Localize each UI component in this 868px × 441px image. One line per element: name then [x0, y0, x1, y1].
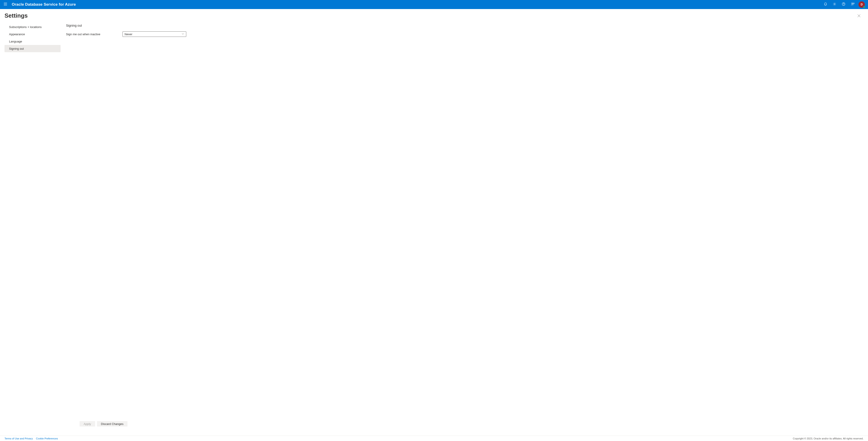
- nav-item-label: Appearance: [9, 33, 25, 36]
- page-title: Settings: [4, 12, 28, 19]
- dropdown-value: Never: [125, 33, 132, 36]
- hamburger-button[interactable]: [0, 0, 11, 9]
- apply-button[interactable]: Apply: [80, 421, 95, 427]
- footer: Terms of Use and Privacy Cookie Preferen…: [0, 436, 868, 441]
- feedback-icon: [851, 2, 855, 7]
- nav-item-language[interactable]: Language: [4, 38, 61, 45]
- help-icon: [842, 2, 845, 7]
- bell-icon: [824, 2, 827, 7]
- page-header: Settings: [0, 9, 868, 23]
- close-icon: [857, 14, 861, 18]
- inactive-signout-dropdown[interactable]: Never: [123, 31, 186, 37]
- section-title: Signing out: [66, 24, 863, 27]
- hamburger-icon: [4, 2, 7, 7]
- topbar: Oracle Database Service for Azure: [0, 0, 868, 9]
- settings-button[interactable]: [830, 0, 839, 9]
- nav-item-subscriptions[interactable]: Subscriptions + locations: [4, 23, 61, 31]
- feedback-button[interactable]: [848, 0, 857, 9]
- field-label: Sign me out when inactive: [66, 33, 123, 36]
- discard-button[interactable]: Discard Changes: [97, 421, 128, 427]
- help-button[interactable]: [839, 0, 848, 9]
- nav-item-appearance[interactable]: Appearance: [4, 31, 61, 38]
- button-row: Apply Discard Changes: [66, 417, 863, 436]
- svg-point-5: [843, 5, 844, 5]
- footer-link-cookies[interactable]: Cookie Preferences: [36, 437, 58, 440]
- close-button[interactable]: [855, 13, 863, 20]
- presence-indicator-icon: [863, 6, 865, 8]
- brand-title[interactable]: Oracle Database Service for Azure: [12, 2, 76, 7]
- nav-item-signing-out[interactable]: Signing out: [4, 45, 61, 52]
- chevron-down-icon: [182, 33, 184, 36]
- footer-link-terms[interactable]: Terms of Use and Privacy: [4, 437, 33, 440]
- nav-item-label: Signing out: [9, 47, 24, 51]
- settings-content: Signing out Sign me out when inactive Ne…: [61, 23, 868, 436]
- footer-copyright: Copyright © 2023, Oracle and/or its affi…: [793, 437, 864, 440]
- account-button[interactable]: D: [859, 1, 865, 8]
- settings-page: Settings Subscriptions + locations Appea…: [0, 9, 868, 436]
- avatar-initial: D: [861, 3, 863, 6]
- svg-point-3: [834, 4, 835, 4]
- nav-item-label: Language: [9, 40, 22, 43]
- settings-nav: Subscriptions + locations Appearance Lan…: [4, 23, 61, 436]
- notifications-button[interactable]: [821, 0, 830, 9]
- inactive-signout-row: Sign me out when inactive Never: [66, 31, 863, 37]
- svg-point-6: [851, 3, 852, 4]
- gear-icon: [833, 2, 836, 7]
- nav-item-label: Subscriptions + locations: [9, 25, 41, 29]
